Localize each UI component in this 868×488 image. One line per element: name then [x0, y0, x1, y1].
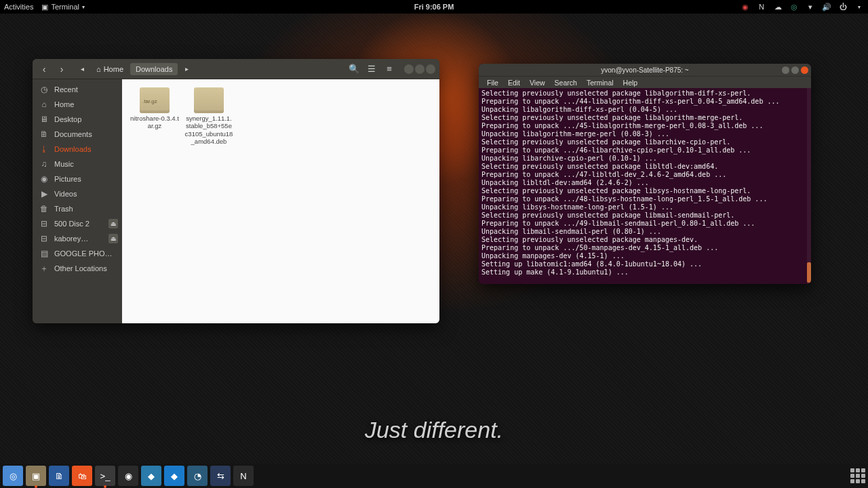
tray-icon-weather[interactable]: ☁	[773, 2, 783, 12]
package-icon	[194, 87, 224, 113]
documents-icon: 🗎	[39, 129, 49, 139]
dock-clock[interactable]: ◔	[187, 466, 208, 486]
sidebar-item-label: kaborey…	[54, 235, 88, 243]
activities-button[interactable]: Activities	[4, 3, 33, 12]
close-button[interactable]	[801, 66, 808, 74]
sidebar-item-downloads[interactable]: ⭳Downloads	[33, 142, 122, 157]
hamburger-icon[interactable]: ≡	[382, 62, 396, 76]
sidebar-item-label: Trash	[54, 205, 73, 213]
power-icon[interactable]: ⏻	[838, 2, 848, 12]
sidebar-item-label: 500 Disc 2	[54, 220, 90, 228]
terminal-output[interactable]: Selecting previously unselected package …	[479, 88, 811, 284]
sidebar-item-google-photos[interactable]: ▤GOOGLE PHO…	[33, 246, 122, 261]
sidebar-item-label: Pictures	[54, 175, 81, 183]
eject-icon[interactable]: ⏏	[108, 219, 118, 228]
file-label: nitroshare-0.3.4.tar.gz	[130, 115, 179, 130]
dock-chromium[interactable]: ◎	[3, 466, 23, 486]
dock-files[interactable]: ▣	[26, 466, 46, 486]
scrollbar[interactable]	[807, 88, 811, 284]
sidebar-item-label: Music	[54, 160, 74, 168]
dock-libreoffice[interactable]: 🗎	[49, 466, 69, 486]
terminal-window: yvon@yvon-Satellite-P875: ~ FileEditView…	[479, 64, 811, 284]
network-icon[interactable]: ▾	[806, 2, 815, 12]
dock-bt[interactable]: ⇆	[210, 466, 231, 486]
terminal-icon: ▣	[41, 3, 48, 12]
bt-icon: ⇆	[217, 471, 224, 481]
file-item[interactable]: nitroshare-0.3.4.tar.gz	[130, 87, 179, 130]
show-applications-button[interactable]	[850, 468, 865, 483]
menu-search[interactable]: Search	[551, 78, 581, 87]
path-prev-button[interactable]: ◂	[75, 62, 90, 77]
sidebar-item-documents[interactable]: 🗎Documents	[33, 127, 122, 142]
path-next-button[interactable]: ▸	[179, 62, 194, 77]
chevron-down-icon: ▾	[82, 4, 85, 10]
disk-500-icon: ⊟	[39, 219, 49, 228]
maximize-button[interactable]	[415, 64, 425, 74]
minimize-button[interactable]	[404, 64, 414, 74]
sidebar-item-disk-kab[interactable]: ⊟kaborey…⏏	[33, 231, 122, 246]
sidebar-item-label: Documents	[54, 130, 92, 138]
search-icon[interactable]: 🔍	[347, 62, 361, 76]
dock-kodi[interactable]: ◆	[164, 466, 184, 486]
minimize-button[interactable]	[782, 66, 789, 74]
menu-help[interactable]: Help	[619, 78, 642, 87]
menu-file[interactable]: File	[483, 78, 502, 87]
terminal-titlebar[interactable]: yvon@yvon-Satellite-P875: ~	[479, 64, 811, 76]
dock-obs[interactable]: ◉	[118, 466, 138, 486]
path-home[interactable]: ⌂ Home	[91, 63, 129, 75]
pictures-icon: ◉	[39, 174, 49, 184]
tray-icon-n[interactable]: N	[757, 2, 766, 12]
menu-terminal[interactable]: Terminal	[583, 78, 618, 87]
scrollbar-thumb[interactable]	[807, 262, 811, 283]
software-icon: 🛍	[78, 471, 87, 481]
tray-icon-1[interactable]: ◉	[741, 2, 750, 12]
sidebar-item-disk-500[interactable]: ⊟500 Disc 2⏏	[33, 216, 122, 231]
obs-icon: ◉	[125, 471, 132, 481]
files-icon: ▣	[32, 471, 40, 481]
wallpaper-tagline: Just different.	[365, 417, 503, 443]
chevron-down-icon[interactable]: ▾	[854, 2, 864, 12]
file-label: synergy_1.11.1.stable_b58+55ec3105_ubunt…	[184, 115, 233, 146]
tray-icon-chrome[interactable]: ◎	[789, 2, 799, 12]
forward-button[interactable]: ›	[54, 62, 69, 77]
sidebar-item-label: Home	[54, 100, 74, 108]
sidebar-item-label: Videos	[54, 190, 77, 198]
sidebar-item-videos[interactable]: ▶Videos	[33, 186, 122, 201]
file-manager-content[interactable]: nitroshare-0.3.4.tar.gzsynergy_1.11.1.st…	[122, 79, 439, 323]
app-menu[interactable]: ▣ Terminal ▾	[41, 3, 85, 12]
sidebar-item-label: GOOGLE PHO…	[54, 249, 113, 258]
sidebar-item-music[interactable]: ♫Music	[33, 157, 122, 171]
volume-icon[interactable]: 🔊	[822, 2, 831, 12]
sidebar-item-pictures[interactable]: ◉Pictures	[33, 171, 122, 186]
back-button[interactable]: ‹	[37, 62, 52, 77]
dock-terminal[interactable]: >_	[95, 466, 115, 486]
dock-rambox[interactable]: ◆	[141, 466, 161, 486]
dock-software[interactable]: 🛍	[72, 466, 92, 486]
kodi-icon: ◆	[171, 471, 178, 481]
close-button[interactable]	[426, 64, 435, 74]
home-icon: ⌂	[39, 100, 49, 109]
home-icon: ⌂	[96, 65, 101, 73]
libreoffice-icon: 🗎	[55, 471, 64, 481]
google-photos-icon: ▤	[39, 249, 49, 258]
sidebar-item-recent[interactable]: ◷Recent	[33, 82, 122, 97]
menu-view[interactable]: View	[526, 78, 549, 87]
eject-icon[interactable]: ⏏	[108, 234, 118, 243]
clock-icon: ◔	[194, 471, 201, 481]
sidebar-item-home[interactable]: ⌂Home	[33, 97, 122, 112]
rambox-icon: ◆	[148, 471, 155, 481]
clock[interactable]: Fri 9:06 PM	[414, 3, 454, 11]
music-icon: ♫	[39, 159, 49, 169]
sidebar-item-desktop[interactable]: 🖥Desktop	[33, 112, 122, 127]
sidebar-item-trash[interactable]: 🗑Trash	[33, 201, 122, 216]
view-list-icon[interactable]: ☰	[365, 62, 378, 76]
dock-n-app[interactable]: N	[233, 466, 254, 486]
file-manager-header: ‹ › ◂ ⌂ Home Downloads ▸ 🔍 ☰ ≡	[33, 59, 439, 79]
sidebar-item-other-locations[interactable]: ＋Other Locations	[33, 261, 122, 276]
sidebar-item-label: Downloads	[54, 145, 91, 153]
top-panel: Activities ▣ Terminal ▾ Fri 9:06 PM ◉ N …	[0, 0, 868, 14]
path-downloads[interactable]: Downloads	[130, 63, 178, 75]
maximize-button[interactable]	[791, 66, 799, 74]
menu-edit[interactable]: Edit	[504, 78, 524, 87]
file-item[interactable]: synergy_1.11.1.stable_b58+55ec3105_ubunt…	[184, 87, 233, 146]
